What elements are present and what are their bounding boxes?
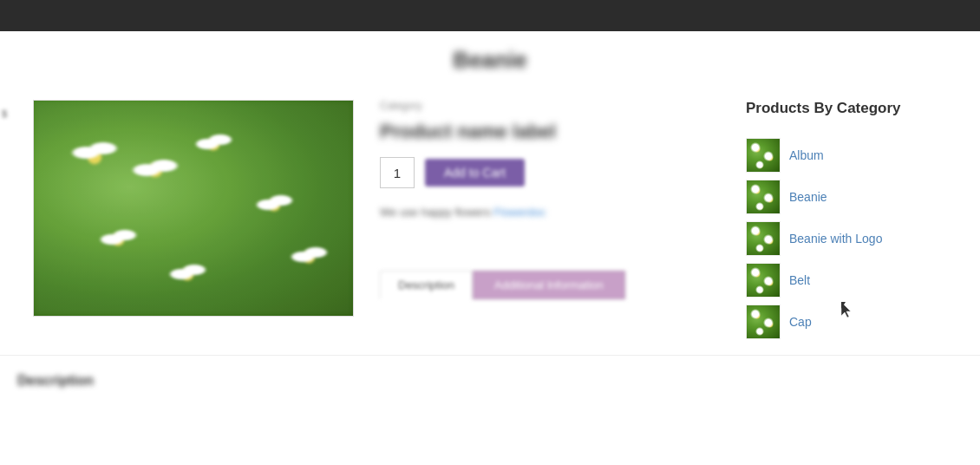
category-thumb-belt xyxy=(746,263,781,298)
category-item-belt[interactable]: Belt xyxy=(746,263,963,298)
product-name: Product name label xyxy=(380,121,711,143)
category-thumb-album xyxy=(746,138,781,173)
page-title-area: Beanie xyxy=(0,31,980,82)
product-details: Category Product name label 1 Add to Car… xyxy=(380,100,711,346)
product-actions: 1 Add to Cart xyxy=(380,157,711,188)
page-title: Beanie xyxy=(453,47,526,74)
tab-description[interactable]: Description xyxy=(380,271,473,299)
category-item-beanie-with-logo[interactable]: Beanie with Logo xyxy=(746,221,963,256)
category-item-cap[interactable]: Cap xyxy=(746,305,963,339)
category-thumb-beanie-with-logo xyxy=(746,221,781,256)
product-tabs: Description Additional Information xyxy=(380,271,711,299)
right-sidebar: Products By Category Album Beanie Beanie… xyxy=(728,100,980,346)
main-layout: $ Category Product name label 1 Add to C… xyxy=(0,82,980,346)
category-image-cap xyxy=(747,305,780,338)
category-item-album[interactable]: Album xyxy=(746,138,963,173)
product-image xyxy=(34,101,353,316)
sidebar-title: Products By Category xyxy=(746,100,963,124)
left-sidebar: $ xyxy=(0,100,16,346)
category-image-album xyxy=(747,139,780,172)
product-footer-text: We use happy flowers Flowerdoc xyxy=(380,206,711,219)
category-link-belt[interactable]: Belt xyxy=(789,273,810,287)
category-thumb-beanie xyxy=(746,180,781,214)
category-image-beanie-with-logo xyxy=(747,222,780,255)
category-thumb-cap xyxy=(746,305,781,339)
left-sidebar-label: $ xyxy=(2,108,7,119)
product-footer-link[interactable]: Flowerdoc xyxy=(493,206,546,219)
category-image-belt xyxy=(747,264,780,297)
add-to-cart-button[interactable]: Add to Cart xyxy=(425,159,525,187)
product-section: Category Product name label 1 Add to Car… xyxy=(16,100,728,346)
category-link-cap[interactable]: Cap xyxy=(789,315,812,329)
bottom-section: Description xyxy=(0,355,980,389)
product-image-container xyxy=(33,100,354,317)
category-image-beanie xyxy=(747,180,780,213)
bottom-section-title: Description xyxy=(17,373,963,389)
category-link-album[interactable]: Album xyxy=(789,148,824,162)
product-category: Category xyxy=(380,100,711,112)
quantity-input[interactable]: 1 xyxy=(380,157,415,188)
category-link-beanie[interactable]: Beanie xyxy=(789,190,827,204)
top-navigation xyxy=(0,0,980,31)
tab-additional-info[interactable]: Additional Information xyxy=(473,271,625,299)
category-list: Album Beanie Beanie with Logo Belt xyxy=(746,138,963,339)
category-item-beanie[interactable]: Beanie xyxy=(746,180,963,214)
category-link-beanie-with-logo[interactable]: Beanie with Logo xyxy=(789,232,882,246)
